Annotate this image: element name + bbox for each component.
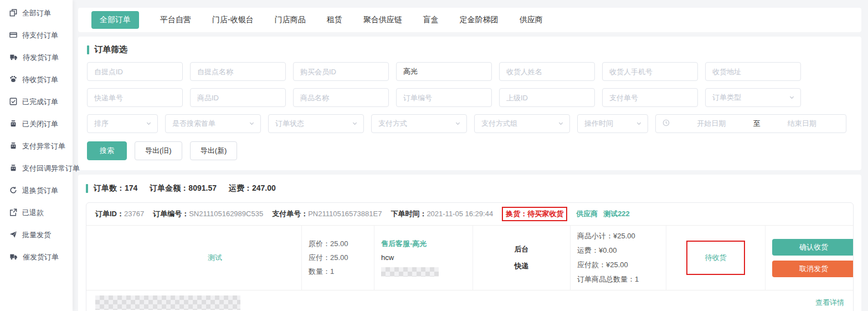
sidebar-item-label: 待发货订单	[23, 53, 59, 63]
tab-store-cashier[interactable]: 门店-收银台	[212, 15, 254, 25]
order-footer: 查看详情	[86, 290, 853, 311]
sidebar-item-completed[interactable]: 已完成订单	[0, 91, 73, 113]
sidebar-item-refunded[interactable]: 已退款	[0, 202, 73, 224]
search-button[interactable]: 搜索	[87, 141, 127, 160]
redacted-phone	[381, 267, 439, 277]
tab-supplier[interactable]: 供应商	[520, 15, 543, 25]
delivery-source: 后台	[515, 244, 529, 254]
tab-platform-self[interactable]: 平台自营	[160, 15, 191, 25]
tab-all-orders[interactable]: 全部订单	[91, 11, 139, 29]
truck-icon	[9, 53, 18, 63]
main-content: 全部订单 平台自营 门店-收银台 门店商品 租赁 聚合供应链 盲盒 定金阶梯团 …	[73, 0, 868, 311]
delivery-cell: 后台 快递	[472, 226, 570, 290]
status-annotation-box: 待收货	[686, 241, 745, 275]
payment-group-select[interactable]: 支付方式组	[474, 114, 570, 133]
order-status: 待收货	[705, 253, 727, 263]
order-card: 订单ID：23767 订单编号：SN211105162989C535 支付单号：…	[86, 202, 854, 311]
quantity: 数量：1	[309, 267, 367, 277]
copy-icon	[9, 9, 17, 18]
nickname-input[interactable]	[396, 62, 492, 81]
order-status-select[interactable]: 订单状态	[268, 114, 364, 133]
chevron-down-icon	[249, 120, 255, 128]
chevron-down-icon	[146, 120, 152, 128]
filter-section-title: 订单筛选	[78, 44, 861, 55]
order-sn-input[interactable]	[396, 88, 492, 107]
product-name[interactable]: 测试	[208, 253, 222, 263]
receiver-address-input[interactable]	[705, 62, 801, 81]
date-range-separator: 至	[753, 119, 761, 129]
chevron-down-icon	[789, 94, 795, 102]
check-square-icon	[9, 98, 17, 107]
sidebar-item-batch-shipment[interactable]: 批量发货	[0, 224, 73, 246]
order-type-select[interactable]: 订单类型	[705, 88, 801, 107]
tab-store-goods[interactable]: 门店商品	[275, 15, 306, 25]
tab-deposit-ladder[interactable]: 定金阶梯团	[460, 15, 499, 25]
tab-rental[interactable]: 租赁	[327, 15, 342, 25]
sidebar-item-pending-payment[interactable]: 待支付订单	[0, 24, 73, 47]
sort-select[interactable]: 排序	[87, 114, 158, 133]
paw-icon	[9, 75, 17, 85]
delivery-method: 快递	[515, 261, 529, 271]
product-name-input[interactable]	[293, 88, 389, 107]
order-filter-panel: 订单筛选 订单类型 排序	[78, 37, 861, 170]
sidebar-item-label: 退换货订单	[22, 186, 58, 196]
send-icon	[9, 231, 17, 240]
sidebar-item-all-orders[interactable]: 全部订单	[0, 2, 73, 24]
pickup-point-id-input[interactable]	[87, 62, 183, 81]
start-date-placeholder[interactable]: 开始日期	[674, 119, 749, 129]
totals-cell: 商品小计：¥25.00 运费：¥0.00 应付款：¥25.00 订单商品总数量：…	[570, 226, 666, 290]
clock-icon	[662, 119, 670, 128]
robot-icon	[9, 142, 17, 151]
order-count: 订单数：174	[94, 183, 137, 193]
product-image[interactable]	[167, 241, 201, 275]
orders-list-panel: 订单数：174 订单金额：8091.57 运费：247.00 订单ID：2376…	[78, 175, 861, 311]
redacted-address	[95, 295, 240, 310]
cancel-shipment-button[interactable]: 取消发货	[772, 261, 854, 277]
filter-row-3: 排序 是否搜索首单 订单状态 支付方式 支付方式组 操作时间	[78, 114, 861, 133]
product-cell: 测试	[86, 226, 301, 290]
order-id: 订单ID：23767	[95, 209, 144, 219]
credit-card-icon	[9, 31, 17, 40]
end-date-placeholder[interactable]: 结束日期	[765, 119, 840, 129]
order-header: 订单ID：23767 订单编号：SN211105162989C535 支付单号：…	[86, 203, 853, 226]
tab-supply-chain[interactable]: 聚合供应链	[363, 15, 402, 25]
payment-sn: 支付单号：PN21110516573881E7	[272, 209, 382, 219]
sidebar-item-label: 催发货订单	[23, 252, 59, 262]
order-body: 测试 原价：25.00 应付：25.00 数量：1 售后客服-高光 hcw 后台…	[86, 226, 853, 290]
tab-blind-box[interactable]: 盲盒	[423, 15, 439, 25]
sidebar-item-payment-error[interactable]: 支付异常订单	[0, 135, 73, 157]
payment-sn-input[interactable]	[602, 88, 698, 107]
payment-method-select[interactable]: 支付方式	[371, 114, 467, 133]
confirm-receipt-button[interactable]: 确认收货	[772, 239, 854, 256]
sidebar-item-closed[interactable]: 已关闭订单	[0, 113, 73, 135]
sidebar-item-returns[interactable]: 退换货订单	[0, 180, 73, 202]
tracking-number-input[interactable]	[87, 88, 183, 107]
operation-time-select[interactable]: 操作时间	[577, 114, 648, 133]
sidebar-item-pending-receipt[interactable]: 待收货订单	[0, 69, 73, 91]
receiver-name-input[interactable]	[499, 62, 595, 81]
chevron-down-icon	[636, 120, 642, 128]
sidebar-item-payment-callback-error[interactable]: 支付回调异常订单	[0, 157, 73, 180]
sidebar-item-pending-shipment[interactable]: 待发货订单	[0, 47, 73, 69]
first-order-select[interactable]: 是否搜索首单	[165, 114, 261, 133]
after-sales-service: 售后客服-高光	[381, 239, 466, 249]
order-amount: 订单金额：8091.57	[150, 183, 217, 193]
export-new-button[interactable]: 导出(新)	[190, 141, 238, 160]
view-detail-link[interactable]: 查看详情	[815, 298, 844, 308]
parent-id-input[interactable]	[499, 88, 595, 107]
date-range-picker[interactable]: 开始日期 至 结束日期	[655, 114, 846, 133]
receiver-phone-input[interactable]	[602, 62, 698, 81]
export-old-button[interactable]: 导出(旧)	[135, 141, 182, 160]
buyer-member-id-input[interactable]	[293, 62, 389, 81]
sidebar-item-label: 支付回调异常订单	[22, 164, 80, 174]
sidebar-item-label: 已退款	[22, 208, 44, 218]
customer-name: hcw	[381, 253, 466, 262]
sidebar-item-urge-shipment[interactable]: 催发货订单	[0, 246, 73, 268]
supplier-name[interactable]: 测试222	[603, 209, 630, 219]
customer-cell: 售后客服-高光 hcw	[374, 226, 472, 290]
total-quantity: 订单商品总数量：1	[577, 274, 659, 284]
pickup-point-name-input[interactable]	[190, 62, 286, 81]
chevron-down-icon	[352, 120, 358, 128]
chevron-down-icon	[558, 120, 564, 128]
product-id-input[interactable]	[190, 88, 286, 107]
